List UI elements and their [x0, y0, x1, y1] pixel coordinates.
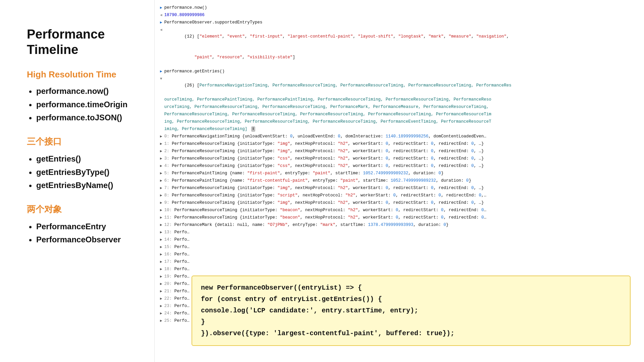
- expand-icon[interactable]: ▶: [160, 237, 162, 243]
- list-item: PerformanceEntry: [36, 220, 134, 233]
- entry-text: 15: Perfo…: [164, 244, 639, 250]
- console-text: performance.now(): [164, 4, 639, 11]
- list-item: performance.now(): [36, 84, 134, 98]
- overlay-line-4: }: [201, 316, 621, 328]
- expand-icon[interactable]: ▶: [160, 207, 162, 214]
- console-entry-6: ▶ 6: PerformancePaintTiming {name: "firs…: [155, 177, 644, 184]
- console-line: ▼ (26) [PerformanceNavigationTiming, Per…: [155, 75, 644, 96]
- section-heading-3: 两个对象: [27, 203, 134, 215]
- entry-text: 3: PerformanceResourceTiming {initiatorT…: [164, 155, 639, 162]
- console-continuation: urceTiming, PerformanceResourceTiming, P…: [164, 104, 639, 110]
- console-result: (26) [PerformanceNavigationTiming, Perfo…: [164, 75, 639, 96]
- entry-text: 9: PerformanceResourceTiming {initiatorT…: [164, 199, 639, 206]
- console-continuation: "paint", "resource", "visibility-state"]: [164, 47, 639, 67]
- console-line: ◀ (12) ["element", "event", "first-input…: [155, 26, 644, 47]
- arrow-in-icon: ▶: [160, 20, 162, 26]
- expand-icon[interactable]: ▶: [160, 148, 162, 155]
- entry-text: 1: PerformanceResourceTiming {initiatorT…: [164, 140, 639, 147]
- expand-icon[interactable]: ▶: [160, 318, 162, 324]
- console-continuation: PerformanceResourceTiming, PerformanceRe…: [164, 111, 639, 118]
- code-overlay: new PerformanceObserver((entryList) => {…: [192, 276, 631, 346]
- console-line: ▶ iming, PerformanceResourceTiming] ℹ: [155, 125, 644, 133]
- console-entry-12: ▶ 12: PerformanceMark {detail: null, nam…: [155, 221, 644, 229]
- console-line: ▶ ing, PerformanceResourceTiming, Perfor…: [155, 118, 644, 125]
- console-entry-4: ▶ 4: PerformanceResourceTiming {initiato…: [155, 162, 644, 170]
- bullet-list-3: PerformanceEntry PerformanceObserver: [27, 220, 134, 246]
- section-heading-2: 三个接口: [27, 136, 134, 147]
- expand-icon[interactable]: ▶: [160, 266, 162, 273]
- console-line: ▶ PerformanceResourceTiming, Performance…: [155, 111, 644, 118]
- expand-icon[interactable]: ▶: [160, 193, 162, 199]
- entry-text: 12: PerformanceMark {detail: null, name:…: [164, 222, 639, 228]
- expand-icon[interactable]: ▶: [160, 252, 162, 258]
- expand-icon[interactable]: ▶: [160, 230, 162, 236]
- expand-icon[interactable]: ▶: [160, 185, 162, 191]
- arrow-out-icon: ◀: [160, 12, 162, 18]
- entry-text: 11: PerformanceResourceTiming {initiator…: [164, 214, 639, 221]
- section-objects: 两个对象 PerformanceEntry PerformanceObserve…: [27, 203, 134, 246]
- expand-icon[interactable]: ▶: [160, 289, 162, 295]
- right-panel: ▶ performance.now() ◀ 18790.8099999986 ▶…: [154, 0, 644, 362]
- console-line: ▶ urceTiming, PerformanceResourceTiming,…: [155, 103, 644, 111]
- entry-text: 5: PerformancePaintTiming {name: "first-…: [164, 170, 639, 177]
- entry-text: 14: Perfo…: [164, 236, 639, 243]
- console-entry-5: ▶ 5: PerformancePaintTiming {name: "firs…: [155, 170, 644, 177]
- expand-icon[interactable]: ▶: [160, 311, 162, 317]
- entry-text: 17: Perfo…: [164, 258, 639, 265]
- console-entry-7: ▶ 7: PerformanceResourceTiming {initiato…: [155, 184, 644, 192]
- entry-text: 8: PerformanceResourceTiming {initiatorT…: [164, 192, 639, 199]
- overlay-line-2: for (const entry of entryList.getEntries…: [201, 294, 621, 305]
- console-continuation: ing, PerformanceResourceTiming, Performa…: [164, 118, 639, 125]
- expand-icon[interactable]: ▶: [160, 134, 162, 140]
- console-entry-17: ▶ 17: Perfo…: [155, 258, 644, 265]
- entry-text: 13: Perfo…: [164, 229, 639, 236]
- expand-icon[interactable]: ▶: [160, 200, 162, 206]
- bullet-list-1: performance.now() performance.timeOrigin…: [27, 84, 134, 124]
- console-entry-3: ▶ 3: PerformanceResourceTiming {initiato…: [155, 155, 644, 162]
- overlay-line-1: new PerformanceObserver((entryList) => {: [201, 282, 621, 294]
- console-line: ▶ PerformanceObserver.supportedEntryType…: [155, 19, 644, 26]
- expand-icon[interactable]: ▶: [160, 156, 162, 162]
- expand-icon[interactable]: ▶: [160, 296, 162, 302]
- list-item: performance.timeOrigin: [36, 98, 134, 111]
- list-item: PerformanceObserver: [36, 233, 134, 246]
- expand-icon[interactable]: ▼: [160, 76, 162, 82]
- entry-text: 0: PerformanceNavigationTiming {unloadEv…: [164, 133, 639, 140]
- console-entry-13: ▶ 13: Perfo…: [155, 229, 644, 236]
- entry-text: 16: Perfo…: [164, 251, 639, 258]
- overlay-line-3: console.log('LCP candidate:', entry.star…: [201, 305, 621, 316]
- console-line: ▶ "paint", "resource", "visibility-state…: [155, 47, 644, 68]
- expand-icon[interactable]: ▶: [160, 163, 162, 169]
- overlay-line-5: }).observe({type: 'largest-contentful-pa…: [201, 328, 621, 339]
- arrow-in-icon: ▶: [160, 69, 162, 75]
- console-entry-2: ▶ 2: PerformanceResourceTiming {initiato…: [155, 147, 644, 155]
- expand-icon[interactable]: ▶: [160, 274, 162, 280]
- left-panel: Performance Timeline High Resolution Tim…: [0, 0, 154, 271]
- expand-icon[interactable]: ▶: [160, 259, 162, 265]
- console-line: ◀ 18790.8099999986: [155, 11, 644, 19]
- console-entry-18: ▶ 18: Perfo…: [155, 265, 644, 273]
- console-result: (12) ["element", "event", "first-input",…: [164, 26, 639, 47]
- expand-icon[interactable]: ▶: [160, 171, 162, 177]
- console-entry-14: ▶ 14: Perfo…: [155, 236, 644, 243]
- expand-icon[interactable]: ▶: [160, 141, 162, 147]
- list-item: getEntriesByType(): [36, 166, 134, 179]
- console-entry-10: ▶ 10: PerformanceResourceTiming {initiat…: [155, 206, 644, 214]
- expand-icon[interactable]: ▶: [160, 303, 162, 309]
- expand-icon[interactable]: ▶: [160, 244, 162, 250]
- page-title: Performance Timeline: [27, 27, 134, 57]
- expand-icon[interactable]: ▶: [160, 178, 162, 184]
- expand-icon[interactable]: ▶: [160, 215, 162, 221]
- console-line: ▶ performance.now(): [155, 4, 644, 11]
- console-continuation: iming, PerformanceResourceTiming] ℹ: [164, 126, 639, 132]
- console-entry-16: ▶ 16: Perfo…: [155, 251, 644, 258]
- expand-icon[interactable]: ▶: [160, 222, 162, 228]
- entry-text: 7: PerformanceResourceTiming {initiatorT…: [164, 185, 639, 191]
- expand-icon[interactable]: ▶: [160, 281, 162, 287]
- console-result: 18790.8099999986: [164, 12, 639, 18]
- entry-text: 18: Perfo…: [164, 266, 639, 273]
- console-continuation: ourceTiming, PerformancePaintTiming, Per…: [164, 96, 639, 103]
- console-text: PerformanceObserver.supportedEntryTypes: [164, 19, 639, 26]
- console-text: performance.getEntries(): [164, 68, 639, 75]
- console-entry-9: ▶ 9: PerformanceResourceTiming {initiato…: [155, 199, 644, 206]
